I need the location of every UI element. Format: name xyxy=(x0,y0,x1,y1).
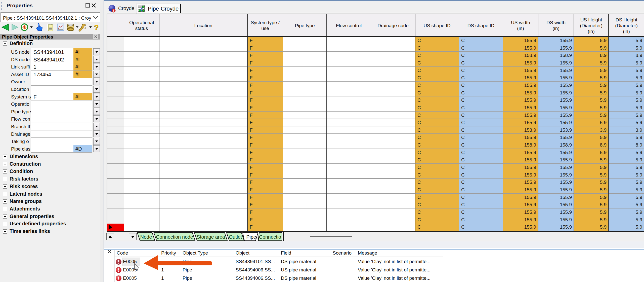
svg-text:Connection node: Connection node xyxy=(156,234,193,240)
svg-text:Outlet: Outlet xyxy=(229,234,242,240)
svg-text:Connectio: Connectio xyxy=(259,234,281,240)
svg-text:?: ? xyxy=(94,23,99,31)
svg-text:Node: Node xyxy=(140,234,152,240)
svg-text:Pipe: Pipe xyxy=(246,234,256,240)
svg-text:Storage area: Storage area xyxy=(197,234,225,240)
